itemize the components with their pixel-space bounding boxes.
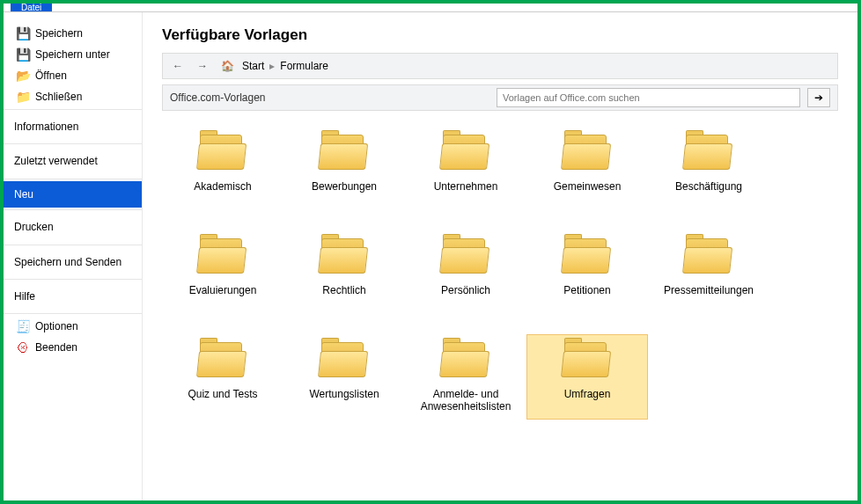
folder-label: Wertungslisten bbox=[309, 388, 379, 413]
folder-label: Beschäftigung bbox=[675, 180, 742, 205]
sidebar-item-label: Beenden bbox=[35, 341, 77, 354]
folder-item[interactable]: Bewerbungen bbox=[283, 127, 405, 211]
sidebar-item-label: Speichern unter bbox=[35, 48, 110, 61]
breadcrumb-bar: ← → 🏠 Start ▸ Formulare bbox=[162, 53, 838, 79]
folder-icon bbox=[196, 133, 249, 175]
folder-icon bbox=[196, 340, 249, 383]
folder-label: Anmelde- und Anwesenheitslisten bbox=[411, 388, 520, 413]
sidebar-help[interactable]: Hilfe bbox=[4, 281, 142, 311]
folder-item[interactable]: Petitionen bbox=[526, 230, 648, 315]
sidebar-item-label: Hilfe bbox=[14, 290, 35, 303]
home-icon[interactable]: 🏠 bbox=[217, 56, 237, 76]
main-panel: Verfügbare Vorlagen ← → 🏠 Start ▸ Formul… bbox=[143, 12, 857, 500]
nav-forward-button[interactable]: → bbox=[193, 56, 212, 76]
sidebar-save-send[interactable]: Speichern und Senden bbox=[4, 247, 142, 277]
backstage-sidebar: 💾 Speichern 💾 Speichern unter 📂 Öffnen 📁… bbox=[4, 12, 143, 500]
folder-label: Bewerbungen bbox=[312, 180, 377, 205]
sidebar-item-label: Informationen bbox=[14, 121, 78, 133]
sidebar-item-label: Öffnen bbox=[35, 69, 67, 82]
folder-item[interactable]: Anmelde- und Anwesenheitslisten bbox=[405, 334, 526, 420]
folder-label: Umfragen bbox=[564, 388, 611, 413]
body: 💾 Speichern 💾 Speichern unter 📂 Öffnen 📁… bbox=[4, 12, 857, 500]
sidebar-item-label: Drucken bbox=[14, 221, 54, 233]
folder-item[interactable]: Rechtlich bbox=[283, 230, 405, 315]
sidebar-save[interactable]: 💾 Speichern bbox=[4, 23, 142, 44]
template-folder-grid: AkademischBewerbungenUnternehmenGemeinwe… bbox=[162, 127, 838, 420]
sidebar-item-label: Speichern und Senden bbox=[14, 256, 121, 268]
folder-item[interactable]: Unternehmen bbox=[405, 127, 526, 211]
folder-label: Evaluierungen bbox=[189, 284, 257, 309]
chevron-right-icon: ▸ bbox=[269, 60, 275, 72]
folder-item[interactable]: Umfragen bbox=[526, 334, 648, 420]
sidebar-item-label: Optionen bbox=[35, 320, 78, 332]
sidebar-print[interactable]: Drucken bbox=[4, 212, 142, 242]
folder-icon bbox=[682, 133, 735, 175]
folder-icon bbox=[561, 133, 614, 175]
separator bbox=[4, 245, 142, 245]
folder-label: Petitionen bbox=[563, 284, 610, 309]
office-templates-bar: Office.com-Vorlagen ➔ bbox=[162, 84, 838, 111]
sidebar-item-label: Schließen bbox=[35, 91, 82, 103]
save-icon: 💾 bbox=[16, 26, 30, 40]
search-go-button[interactable]: ➔ bbox=[807, 88, 830, 107]
folder-icon bbox=[439, 237, 492, 279]
folder-icon bbox=[318, 237, 371, 279]
separator bbox=[4, 279, 142, 280]
office-templates-label: Office.com-Vorlagen bbox=[170, 91, 266, 104]
folder-item[interactable]: Gemeinwesen bbox=[526, 127, 648, 211]
sidebar-item-label: Speichern bbox=[35, 27, 83, 40]
folder-icon bbox=[196, 237, 249, 279]
sidebar-new[interactable]: Neu bbox=[4, 181, 142, 208]
folder-icon bbox=[318, 133, 371, 175]
sidebar-item-label: Zuletzt verwendet bbox=[14, 155, 98, 167]
options-icon: 🧾 bbox=[16, 319, 30, 333]
folder-icon bbox=[439, 133, 492, 175]
folder-icon bbox=[561, 237, 614, 279]
folder-item[interactable]: Persönlich bbox=[405, 230, 526, 315]
exit-icon: ⮾ bbox=[16, 340, 30, 354]
folder-label: Unternehmen bbox=[434, 180, 498, 205]
open-icon: 📂 bbox=[16, 69, 30, 83]
close-icon: 📁 bbox=[16, 90, 30, 104]
file-tab[interactable]: Datei bbox=[11, 4, 52, 12]
sidebar-recent[interactable]: Zuletzt verwendet bbox=[4, 146, 142, 176]
folder-item[interactable]: Pressemitteilungen bbox=[648, 230, 769, 315]
separator bbox=[4, 313, 142, 314]
sidebar-exit[interactable]: ⮾ Beenden bbox=[4, 337, 142, 358]
sidebar-save-as[interactable]: 💾 Speichern unter bbox=[4, 44, 142, 65]
folder-item[interactable]: Beschäftigung bbox=[648, 127, 769, 211]
folder-label: Akademisch bbox=[194, 180, 251, 205]
app-window: Datei 💾 Speichern 💾 Speichern unter 📂 Öf… bbox=[4, 4, 857, 500]
folder-icon bbox=[318, 340, 371, 383]
folder-item[interactable]: Evaluierungen bbox=[162, 230, 283, 315]
sidebar-close[interactable]: 📁 Schließen bbox=[4, 86, 142, 107]
folder-icon bbox=[682, 237, 735, 279]
separator bbox=[4, 143, 142, 144]
folder-item[interactable]: Wertungslisten bbox=[283, 334, 405, 420]
folder-label: Rechtlich bbox=[322, 284, 365, 309]
folder-icon bbox=[561, 340, 614, 383]
save-as-icon: 💾 bbox=[16, 47, 30, 62]
sidebar-options[interactable]: 🧾 Optionen bbox=[4, 316, 142, 337]
ribbon: Datei bbox=[4, 4, 857, 12]
folder-label: Pressemitteilungen bbox=[664, 284, 754, 309]
search-input[interactable] bbox=[497, 88, 800, 107]
folder-label: Persönlich bbox=[441, 284, 490, 309]
nav-back-button[interactable]: ← bbox=[168, 56, 188, 76]
separator bbox=[4, 209, 142, 210]
sidebar-open[interactable]: 📂 Öffnen bbox=[4, 65, 142, 86]
page-title: Verfügbare Vorlagen bbox=[162, 26, 838, 44]
sidebar-info[interactable]: Informationen bbox=[4, 112, 142, 142]
sidebar-item-label: Neu bbox=[14, 188, 33, 201]
breadcrumb-start[interactable]: Start bbox=[242, 60, 264, 72]
folder-label: Quiz und Tests bbox=[188, 388, 257, 413]
separator bbox=[4, 179, 142, 179]
folder-item[interactable]: Akademisch bbox=[162, 127, 283, 211]
folder-icon bbox=[439, 340, 492, 383]
folder-label: Gemeinwesen bbox=[554, 180, 622, 205]
folder-item[interactable]: Quiz und Tests bbox=[162, 334, 283, 420]
separator bbox=[4, 109, 142, 110]
breadcrumb-current[interactable]: Formulare bbox=[280, 60, 328, 72]
